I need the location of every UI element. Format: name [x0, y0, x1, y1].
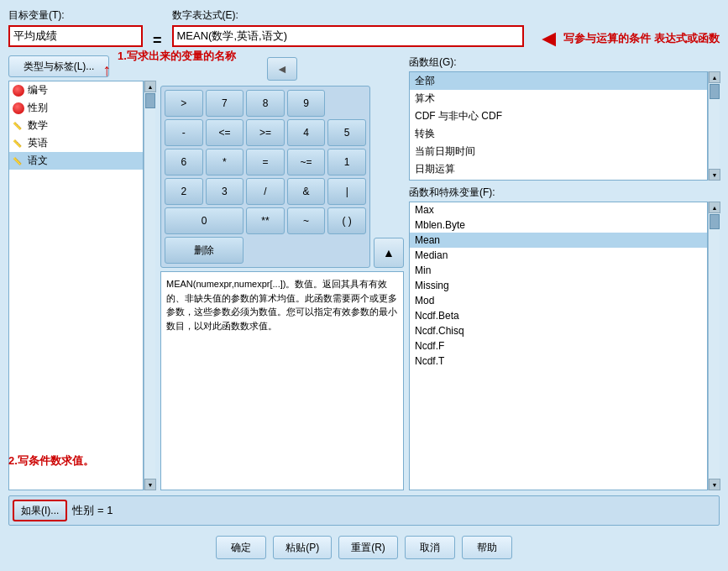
if-button[interactable]: 如果(I)...: [13, 500, 67, 521]
variable-list[interactable]: 编号 性别 📏 数学 📏 英语 📏: [8, 81, 144, 490]
nominal-icon: [13, 85, 24, 97]
condition-row: 如果(I)... 性别 = 1: [8, 495, 720, 526]
calc-minus[interactable]: -: [165, 119, 203, 146]
calc-neq[interactable]: ~=: [287, 149, 326, 175]
calc-pow[interactable]: **: [246, 207, 285, 234]
nominal-icon: [13, 102, 24, 114]
bottom-buttons: 确定 粘贴(P) 重置(R) 取消 帮助: [8, 531, 720, 563]
scroll-down-btn[interactable]: ▼: [144, 479, 156, 490]
func-group-scrollbar[interactable]: ▲ ▼: [708, 71, 720, 181]
special-vars-section: 函数和特殊变量(F): Max Mblen.Byte Mean Median M…: [409, 186, 720, 490]
scroll-down-btn[interactable]: ▼: [709, 479, 720, 490]
func-group-cdf[interactable]: CDF 与非中心 CDF: [410, 107, 707, 125]
ok-button[interactable]: 确定: [216, 536, 266, 559]
calc-eq[interactable]: =: [246, 149, 285, 175]
calc-1[interactable]: 1: [327, 149, 366, 175]
target-variable-input[interactable]: [8, 25, 143, 47]
function-group-list-container: 全部 算术 CDF 与非中心 CDF 转换 当前日期时间 日期运算 日期创建 ▲: [409, 71, 720, 181]
up-arrow-button[interactable]: ▲: [374, 238, 404, 268]
calc-or[interactable]: |: [327, 178, 366, 205]
scroll-up-btn[interactable]: ▲: [709, 71, 720, 83]
special-var-Missing[interactable]: Missing: [410, 278, 707, 293]
func-group-日期运算[interactable]: 日期运算: [410, 160, 707, 178]
special-vars-scrollbar[interactable]: ▲ ▼: [708, 202, 720, 490]
function-group-label: 函数组(G):: [409, 55, 720, 70]
calc-5[interactable]: 5: [327, 119, 366, 146]
calc-gt[interactable]: >: [165, 90, 203, 117]
annotation-top-right: ◄ 写参与运算的条件 表达式或函数: [537, 27, 720, 50]
calc-lte[interactable]: <=: [206, 119, 244, 146]
calc-delete[interactable]: 删除: [165, 237, 244, 264]
scroll-thumb: [710, 214, 720, 229]
function-group-section: 函数组(G): 全部 算术 CDF 与非中心 CDF 转换 当前日期时间 日期运…: [409, 55, 720, 181]
special-var-NcdfBeta[interactable]: Ncdf.Beta: [410, 308, 707, 323]
expression-input[interactable]: [172, 25, 524, 47]
func-group-全部[interactable]: 全部: [410, 72, 707, 90]
variable-item-语文[interactable]: 📏 语文: [9, 152, 143, 170]
variable-list-container: 编号 性别 📏 数学 📏 英语 📏: [8, 81, 155, 490]
calc-mul[interactable]: *: [206, 149, 244, 175]
scroll-thumb: [710, 84, 720, 99]
transfer-button[interactable]: ◄: [267, 57, 297, 81]
func-group-转换[interactable]: 转换: [410, 125, 707, 143]
special-var-NcdfT[interactable]: Ncdf.T: [410, 354, 707, 369]
calc-div[interactable]: /: [246, 178, 285, 205]
scroll-up-btn[interactable]: ▲: [144, 81, 156, 92]
calc-8[interactable]: 8: [246, 90, 285, 117]
calc-3[interactable]: 3: [206, 178, 244, 205]
variable-name: 英语: [28, 136, 48, 150]
variable-item-数学[interactable]: 📏 数学: [9, 117, 143, 134]
help-button[interactable]: 帮助: [462, 536, 512, 559]
calc-7[interactable]: 7: [206, 90, 244, 117]
scroll-down-btn[interactable]: ▼: [709, 169, 720, 181]
func-group-日期创建[interactable]: 日期创建: [410, 178, 707, 181]
special-vars-list[interactable]: Max Mblen.Byte Mean Median Min Missing M…: [409, 202, 708, 490]
calc-2[interactable]: 2: [165, 178, 203, 205]
calc-4[interactable]: 4: [287, 119, 326, 146]
variable-item-英语[interactable]: 📏 英语: [9, 134, 143, 152]
calc-and[interactable]: &: [287, 178, 326, 205]
calc-grid-wrapper: > 7 8 9 - <= >= 4 5 6 *: [160, 86, 370, 268]
special-var-NcdfF[interactable]: Ncdf.F: [410, 338, 707, 354]
special-var-Min[interactable]: Min: [410, 263, 707, 278]
annotation-top-text: 写参与运算的条件 表达式或函数: [563, 31, 720, 46]
annotation-1-arrow-icon: ↑: [102, 60, 111, 80]
calc-6[interactable]: 6: [165, 149, 203, 175]
scale-icon: 📏: [13, 155, 24, 167]
main-dialog: 目标变量(T): = 数字表达式(E): ◄ 写参与运算的条件 表达式或函数 类…: [0, 0, 728, 571]
variable-item-编号[interactable]: 编号: [9, 81, 143, 99]
special-var-Max[interactable]: Max: [410, 202, 707, 217]
variable-name: 性别: [28, 101, 48, 115]
calc-not[interactable]: ~: [287, 207, 326, 234]
special-vars-label: 函数和特殊变量(F):: [409, 186, 720, 200]
center-panel: ◄ > 7 8 9 - <= >= 4: [160, 55, 404, 490]
type-label-button[interactable]: 类型与标签(L)...: [8, 55, 109, 77]
special-var-Median[interactable]: Median: [410, 248, 707, 263]
special-var-Mean[interactable]: Mean: [410, 233, 707, 248]
variable-name: 数学: [28, 118, 48, 133]
description-box: MEAN(numexpr,numexpr[...])。数值。返回其具有有效的、非…: [160, 271, 404, 490]
calc-parens[interactable]: ( ): [327, 207, 366, 234]
up-arrow-area: ▲: [374, 238, 404, 268]
content-row: 类型与标签(L)... ↑ 1.写求出来的变量的名称 编号 性别: [8, 55, 720, 490]
func-group-算术[interactable]: 算术: [410, 90, 707, 107]
scroll-up-btn[interactable]: ▲: [709, 202, 720, 213]
condition-area: 2.写条件数求值。 如果(I)... 性别 = 1: [8, 495, 720, 526]
calc-9[interactable]: 9: [287, 90, 326, 117]
condition-value: 性别 = 1: [72, 503, 113, 518]
variable-list-scrollbar[interactable]: ▲ ▼: [144, 81, 155, 490]
special-var-Mod[interactable]: Mod: [410, 293, 707, 308]
calc-0[interactable]: 0: [165, 207, 244, 234]
annotation-2-text: 2.写条件数求值。: [8, 453, 94, 469]
func-group-当前日期时间[interactable]: 当前日期时间: [410, 143, 707, 160]
function-group-list[interactable]: 全部 算术 CDF 与非中心 CDF 转换 当前日期时间 日期运算 日期创建: [409, 71, 708, 181]
special-var-NcdfChisq[interactable]: Ncdf.Chisq: [410, 323, 707, 338]
cancel-button[interactable]: 取消: [405, 536, 455, 559]
calculator-grid: > 7 8 9 - <= >= 4 5 6 *: [160, 86, 370, 268]
scroll-thumb: [145, 93, 155, 108]
reset-button[interactable]: 重置(R): [338, 536, 398, 559]
calc-gte[interactable]: >=: [246, 119, 285, 146]
variable-item-性别[interactable]: 性别: [9, 99, 143, 117]
paste-button[interactable]: 粘贴(P): [273, 536, 332, 559]
special-var-MblenByte[interactable]: Mblen.Byte: [410, 217, 707, 233]
